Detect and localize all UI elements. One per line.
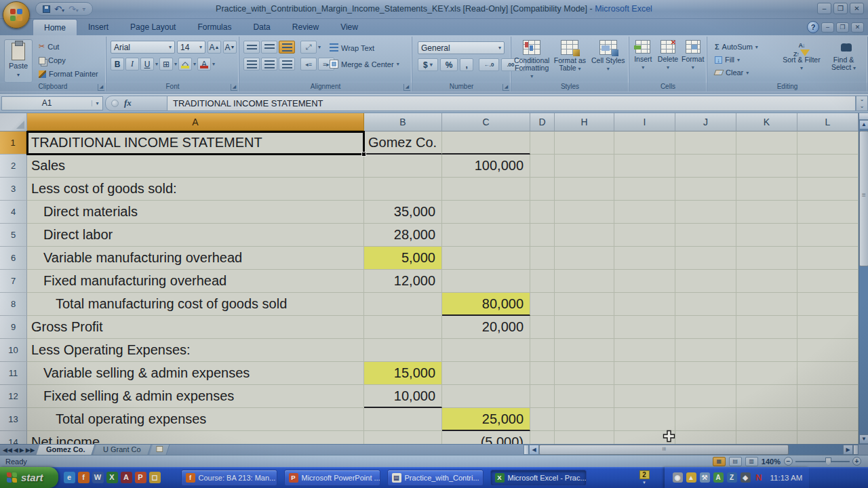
cell-C1[interactable]	[442, 131, 530, 155]
align-bottom-button[interactable]	[279, 41, 295, 54]
cell-B3[interactable]	[364, 178, 442, 201]
close-button[interactable]: ✕	[850, 3, 864, 14]
cell-H11[interactable]	[555, 362, 614, 385]
align-right-button[interactable]	[279, 58, 295, 70]
worksheet-grid[interactable]: ABCDHIJKL 1TRADITIONAL INCOME STATEMENTG…	[0, 113, 868, 444]
page-layout-view-button[interactable]: ▤	[729, 457, 742, 466]
cell-D4[interactable]	[530, 201, 555, 224]
tray-netsupport-icon[interactable]: N	[754, 472, 764, 483]
row-header-13[interactable]: 13	[0, 408, 27, 431]
cell-I11[interactable]	[614, 362, 675, 385]
fill-button[interactable]: ↓Fill▾	[711, 54, 762, 65]
cell-K2[interactable]	[736, 155, 797, 178]
ribbon-tab-page-layout[interactable]: Page Layout	[119, 19, 186, 35]
ribbon-tab-formulas[interactable]: Formulas	[186, 19, 242, 35]
font-size-select[interactable]: 14▾	[177, 41, 205, 54]
align-top-button[interactable]	[243, 41, 260, 54]
column-header-L[interactable]: L	[797, 113, 859, 131]
font-color-button[interactable]: A	[197, 58, 211, 70]
cell-K12[interactable]	[736, 385, 797, 408]
format-as-table-button[interactable]: Format as Table ▾	[551, 38, 589, 82]
row-header-14[interactable]: 14	[0, 431, 27, 444]
cell-J9[interactable]	[675, 316, 736, 339]
alignment-dialog-launcher[interactable]: ◢	[403, 84, 410, 91]
fill-color-button[interactable]: ◇	[178, 58, 192, 70]
delete-cells-button[interactable]: ✕ Delete▾	[656, 38, 681, 82]
align-left-button[interactable]	[243, 58, 260, 70]
cell-H13[interactable]	[555, 408, 614, 431]
cell-D10[interactable]	[530, 339, 555, 362]
cell-C3[interactable]	[442, 178, 530, 201]
increase-decimal-button[interactable]: ←.0	[479, 58, 500, 71]
vertical-scrollbar[interactable]: ▲ ▼	[859, 113, 868, 444]
cell-L8[interactable]	[797, 293, 859, 316]
row-header-7[interactable]: 7	[0, 270, 27, 293]
next-sheet-button[interactable]: ▶	[20, 447, 24, 453]
column-header-D[interactable]: D	[530, 113, 555, 131]
insert-worksheet-tab[interactable]	[149, 445, 170, 455]
tray-messenger-icon[interactable]: ◉	[673, 472, 683, 483]
taskbar-task-powerpoint[interactable]: PMicrosoft PowerPoint ...	[284, 470, 380, 486]
column-header-I[interactable]: I	[614, 113, 675, 131]
cell-I8[interactable]	[614, 293, 675, 316]
zoom-in-button[interactable]: +	[852, 457, 861, 466]
horizontal-scrollbar[interactable]	[539, 445, 843, 455]
start-button[interactable]: start	[0, 467, 58, 488]
cell-D9[interactable]	[530, 316, 555, 339]
bold-button[interactable]: B	[111, 58, 124, 70]
cell-A11[interactable]: Variable selling & admin expenses	[27, 362, 364, 385]
cell-B11[interactable]: 15,000	[364, 362, 442, 385]
cell-C4[interactable]	[442, 201, 530, 224]
column-header-K[interactable]: K	[736, 113, 797, 131]
row-header-2[interactable]: 2	[0, 155, 27, 178]
cell-H10[interactable]	[555, 339, 614, 362]
cell-C8[interactable]: 80,000	[442, 293, 530, 316]
sheet-tab-u-grant-co[interactable]: U Grant Co	[94, 445, 152, 455]
cell-I13[interactable]	[614, 408, 675, 431]
cell-B12[interactable]: 10,000	[364, 385, 442, 408]
cell-I1[interactable]	[614, 131, 675, 155]
row-header-5[interactable]: 5	[0, 224, 27, 247]
cell-B1[interactable]: Gomez Co.	[364, 131, 442, 155]
align-middle-button[interactable]	[261, 41, 277, 54]
excel-icon[interactable]: X	[106, 472, 118, 483]
cell-C10[interactable]	[442, 339, 530, 362]
cell-J10[interactable]	[675, 339, 736, 362]
cell-C2[interactable]: 100,000	[442, 155, 530, 178]
access-icon[interactable]: A	[121, 472, 132, 483]
clear-button[interactable]: Clear▾	[711, 67, 762, 78]
cell-I9[interactable]	[614, 316, 675, 339]
cut-button[interactable]: ✂Cut	[35, 41, 102, 52]
number-format-select[interactable]: General▾	[418, 41, 505, 54]
cell-A6[interactable]: Variable manufacturing overhead	[27, 247, 364, 270]
taskbar-task-excel[interactable]: XMicrosoft Excel - Prac...	[490, 470, 587, 486]
cell-L7[interactable]	[797, 270, 859, 293]
cell-K7[interactable]	[736, 270, 797, 293]
cell-A4[interactable]: Direct materials	[27, 201, 364, 224]
cell-I6[interactable]	[614, 247, 675, 270]
page-break-view-button[interactable]: ▥	[745, 457, 758, 466]
cell-B4[interactable]: 35,000	[364, 201, 442, 224]
cell-I4[interactable]	[614, 201, 675, 224]
paste-button[interactable]: Paste▾	[4, 39, 33, 83]
cell-I2[interactable]	[614, 155, 675, 178]
shrink-font-button[interactable]: A▼	[223, 41, 237, 54]
ribbon-tab-data[interactable]: Data	[242, 19, 281, 35]
cell-A13[interactable]: Total operating expenses	[27, 408, 364, 431]
row-header-6[interactable]: 6	[0, 247, 27, 270]
cell-C6[interactable]	[442, 247, 530, 270]
cell-H7[interactable]	[555, 270, 614, 293]
number-dialog-launcher[interactable]: ◢	[502, 84, 509, 91]
scroll-up-icon[interactable]: ▲	[859, 120, 868, 129]
workbook-close-button[interactable]: ✕	[851, 22, 864, 33]
cell-A8[interactable]: Total manufacturing cost of goods sold	[27, 293, 364, 316]
cell-A2[interactable]: Sales	[27, 155, 364, 178]
cell-A3[interactable]: Less cost of goods sold:	[27, 178, 364, 201]
name-box[interactable]: A1 ▾	[1, 96, 103, 110]
restore-button[interactable]: ❐	[833, 3, 848, 14]
tray-volume-icon[interactable]: ◈	[741, 472, 751, 483]
tab-split-handle[interactable]	[524, 445, 529, 455]
cell-H14[interactable]	[555, 431, 614, 444]
clipboard-dialog-launcher[interactable]: ◢	[98, 84, 104, 91]
cell-I7[interactable]	[614, 270, 675, 293]
